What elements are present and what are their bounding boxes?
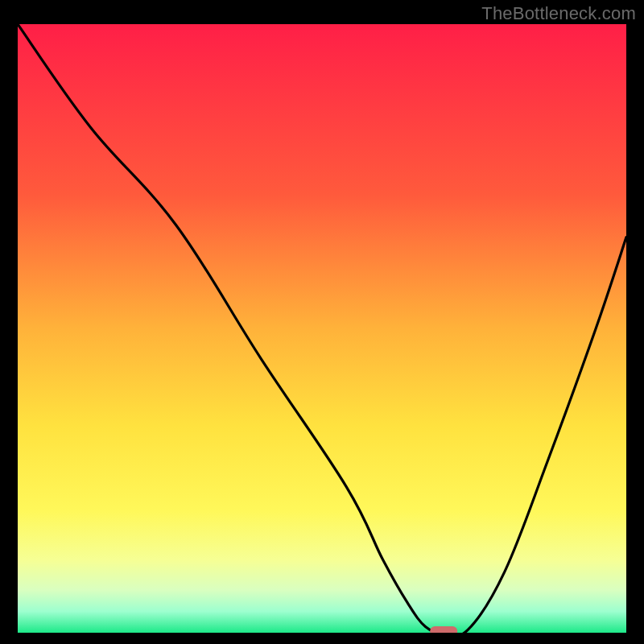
chart-frame: TheBottleneck.com bbox=[0, 0, 644, 644]
plot-area bbox=[18, 24, 626, 633]
chart-svg bbox=[18, 24, 626, 633]
optimal-marker bbox=[430, 626, 457, 633]
gradient-background bbox=[18, 24, 626, 633]
watermark-text: TheBottleneck.com bbox=[481, 3, 636, 24]
